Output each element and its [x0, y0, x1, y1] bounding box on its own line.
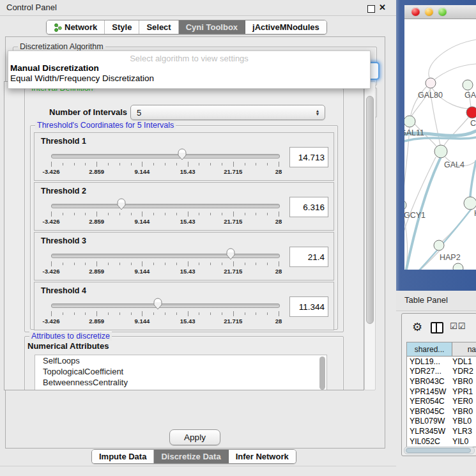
- cell-shared-name[interactable]: YER054C: [407, 397, 452, 406]
- tab-select[interactable]: Select: [139, 20, 178, 34]
- table-row[interactable]: YPR145WYPR1: [407, 387, 476, 397]
- dropdown-item-equal-width[interactable]: Equal Width/Frequency Discretization: [8, 73, 370, 84]
- threshold-value-field[interactable]: 21.4: [289, 247, 328, 267]
- cell-name[interactable]: YPR1: [452, 387, 476, 396]
- settings-scrollpane: Interval Definition Number of Intervals …: [4, 81, 364, 390]
- slider-track[interactable]: [51, 303, 280, 308]
- network-node[interactable]: [453, 263, 463, 270]
- gear-icon[interactable]: ⚙: [412, 320, 422, 334]
- cell-shared-name[interactable]: YDR27...: [407, 367, 452, 376]
- network-node[interactable]: [404, 200, 406, 210]
- divider: [0, 466, 396, 466]
- horizontal-scrollbar-thumb[interactable]: [406, 448, 471, 453]
- cell-shared-name[interactable]: YBR045C: [407, 407, 452, 416]
- cell-shared-name[interactable]: YBR043C: [407, 377, 452, 386]
- node-table[interactable]: shared... na YDL19...YDL1YDR27...YDR2YBR…: [406, 342, 476, 447]
- cell-name[interactable]: YBL0: [452, 417, 476, 426]
- slider-tick: [119, 163, 120, 165]
- tab-infer-network[interactable]: Infer Network: [229, 450, 296, 463]
- slider-tick-label: 21.715: [224, 218, 242, 225]
- tab-discretize-data[interactable]: Discretize Data: [154, 450, 228, 463]
- slider-track[interactable]: [51, 154, 280, 158]
- tab-jactivemnodules[interactable]: jActiveMNodules: [245, 20, 326, 34]
- cell-name[interactable]: YDL1: [452, 357, 476, 366]
- slider-tick-label: -3.426: [43, 168, 60, 175]
- network-node[interactable]: [426, 78, 436, 88]
- slider-tick: [63, 213, 63, 215]
- cell-shared-name[interactable]: YDL19...: [407, 357, 452, 366]
- cell-name[interactable]: YBR0: [452, 377, 476, 386]
- table-row[interactable]: YDL19...YDL1: [407, 357, 476, 367]
- table-row[interactable]: YLR345WYLR3: [407, 426, 476, 436]
- apply-button[interactable]: Apply: [169, 429, 220, 445]
- checkbox-icons[interactable]: ☑☑: [450, 321, 466, 331]
- num-intervals-combo[interactable]: 5 ▲▼: [130, 105, 325, 120]
- slider-thumb[interactable]: [177, 148, 187, 160]
- column-header-name[interactable]: na: [452, 342, 476, 356]
- table-row[interactable]: YBL079WYBL0: [407, 417, 476, 427]
- slider-tick-label: 21.715: [224, 318, 242, 325]
- zoom-traffic-light-icon[interactable]: [438, 8, 447, 16]
- slider-tick-label: 2.859: [89, 318, 104, 325]
- network-node[interactable]: [434, 145, 447, 158]
- slider-tick: [188, 311, 188, 316]
- slider-track[interactable]: [51, 204, 280, 208]
- cell-name[interactable]: YER0: [452, 397, 476, 406]
- cell-shared-name[interactable]: YPR145W: [407, 387, 452, 396]
- network-node[interactable]: [463, 80, 473, 90]
- tab-network[interactable]: Network: [47, 20, 105, 34]
- vertical-scrollbar[interactable]: [364, 81, 376, 390]
- slider-thumb[interactable]: [116, 198, 127, 210]
- slider-thumb[interactable]: [226, 248, 236, 260]
- cell-shared-name[interactable]: YLR345W: [407, 427, 452, 436]
- network-node[interactable]: [464, 197, 476, 210]
- cell-name[interactable]: YLR3: [452, 427, 476, 436]
- attribute-list-item[interactable]: TopologicalCoefficient: [35, 366, 326, 377]
- dropdown-item-manual[interactable]: Manual Discretization: [8, 63, 370, 73]
- network-edge: [429, 40, 476, 77]
- threshold-value-field[interactable]: 14.713: [289, 147, 328, 167]
- table-row[interactable]: YBR045CYBR0: [407, 406, 476, 417]
- attribute-list-item[interactable]: SelfLoops: [35, 355, 326, 366]
- app-window: Control Panel ✕ NetworkStyleSelectCyni T…: [0, 0, 476, 476]
- close-icon[interactable]: ✕: [379, 3, 386, 12]
- cell-shared-name[interactable]: YIL052C: [407, 437, 452, 446]
- column-header-shared-name[interactable]: shared...: [407, 342, 452, 356]
- column-view-icon[interactable]: [431, 322, 443, 334]
- minimize-traffic-light-icon[interactable]: [425, 8, 433, 16]
- cell-name[interactable]: YIL0: [452, 437, 476, 446]
- network-node[interactable]: [466, 107, 476, 118]
- horizontal-scrollbar[interactable]: [404, 447, 475, 454]
- tab-cyni-toolbox[interactable]: Cyni Toolbox: [179, 20, 245, 34]
- table-row[interactable]: YDR27...YDR2: [407, 367, 476, 377]
- float-window-icon[interactable]: [367, 5, 375, 13]
- table-row[interactable]: YIL052CYIL0: [407, 436, 476, 447]
- num-intervals-value: 5: [131, 108, 312, 118]
- slider-thumb[interactable]: [153, 298, 163, 310]
- cell-name[interactable]: YBR0: [452, 407, 476, 416]
- numerical-attributes-list[interactable]: SelfLoopsTopologicalCoefficientBetweenne…: [35, 355, 327, 390]
- slider-tick-label: 28: [275, 168, 282, 175]
- cell-name[interactable]: YDR2: [452, 367, 476, 376]
- table-row[interactable]: YER054CYER0: [407, 396, 476, 406]
- slider-tick: [199, 213, 199, 215]
- network-canvas[interactable]: GAL80GACGAL11GAL4GCY1HHAP2: [404, 19, 476, 270]
- network-node[interactable]: [434, 240, 444, 250]
- table-row[interactable]: YBR043CYBR0: [407, 376, 476, 387]
- close-traffic-light-icon[interactable]: [411, 8, 420, 16]
- network-node[interactable]: [404, 116, 415, 127]
- slider-tick: [85, 213, 86, 215]
- threshold-value-field[interactable]: 11.344: [289, 296, 328, 317]
- slider-tick: [51, 162, 52, 167]
- tab-impute-data[interactable]: Impute Data: [92, 450, 154, 463]
- list-scrollbar[interactable]: [319, 357, 325, 390]
- cell-shared-name[interactable]: YBL079W: [407, 417, 452, 426]
- slider-track[interactable]: [51, 254, 280, 258]
- threshold-value-field[interactable]: 6.316: [289, 197, 328, 217]
- tab-style[interactable]: Style: [105, 20, 139, 34]
- attribute-list-item[interactable]: BetweennessCentrality: [35, 377, 326, 388]
- vertical-scrollbar-thumb[interactable]: [366, 96, 374, 324]
- slider-tick: [131, 163, 132, 165]
- slider-tick: [233, 211, 234, 217]
- network-node-label: GA: [464, 91, 476, 100]
